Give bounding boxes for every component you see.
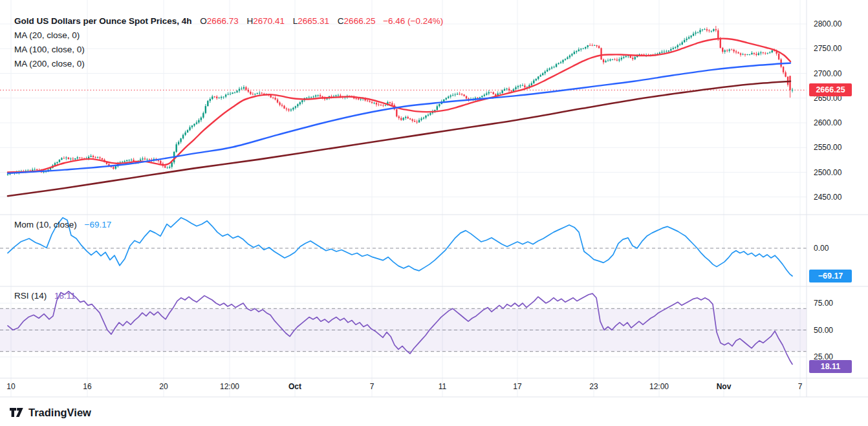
- momentum-tick-label: 0.00: [814, 244, 829, 253]
- momentum-label: Mom (10, close): [14, 220, 77, 229]
- legend-main: Gold US Dollars per Ounce Spot Prices, 4…: [14, 14, 443, 71]
- time-tick-label: 7: [798, 382, 803, 391]
- price-tick-label: 2700.00: [814, 69, 841, 78]
- price-tick-label: 2500.00: [814, 168, 841, 177]
- time-tick-label: 11: [439, 382, 446, 391]
- time-tick-label: Nov: [717, 382, 732, 391]
- ma20-legend-row[interactable]: MA (20, close, 0): [14, 28, 443, 43]
- time-tick-label: 20: [159, 382, 168, 391]
- symbol-title: Gold US Dollars per Ounce Spot Prices, 4…: [14, 16, 192, 26]
- tradingview-logo-text: TradingView: [28, 407, 91, 419]
- rsi-value-badge: 18.11: [809, 360, 852, 373]
- rsi-tick-label: 75.00: [814, 299, 833, 308]
- ma200-legend-row[interactable]: MA (200, close, 0): [14, 57, 443, 71]
- rsi-tick-label: 50.00: [814, 326, 833, 335]
- last-price-badge: 2666.25: [809, 83, 852, 96]
- tradingview-logo[interactable]: TradingView: [9, 406, 91, 419]
- momentum-value-badge: −69.17: [809, 270, 852, 282]
- time-tick-label: 16: [83, 382, 91, 391]
- high-value: 2670.41: [253, 16, 285, 26]
- time-tick-label: 12:00: [220, 382, 239, 391]
- symbol-title-row[interactable]: Gold US Dollars per Ounce Spot Prices, 4…: [14, 14, 443, 28]
- price-tick-label: 2550.00: [814, 143, 841, 152]
- ma100-label: MA (100, close, 0): [14, 45, 85, 54]
- time-tick-label: 10: [6, 382, 15, 391]
- price-tick-label: 2450.00: [814, 193, 841, 202]
- price-tick-label: 2800.00: [814, 19, 841, 28]
- time-tick-label: Oct: [288, 382, 301, 391]
- rsi-value: 18.11: [54, 291, 76, 301]
- tradingview-logo-icon: [9, 406, 24, 419]
- open-label: O: [200, 16, 207, 26]
- ma20-label: MA (20, close, 0): [14, 30, 80, 40]
- price-tick-label: 2750.00: [814, 44, 841, 53]
- time-tick-label: 7: [370, 382, 374, 391]
- close-label: C: [338, 16, 344, 26]
- rsi-label: RSI (14): [14, 291, 47, 301]
- ma100-legend-row[interactable]: MA (100, close, 0): [14, 43, 443, 57]
- low-value: 2665.31: [298, 16, 329, 26]
- rsi-legend-row[interactable]: RSI (14) 18.11: [14, 291, 76, 301]
- time-tick-label: 23: [589, 382, 598, 391]
- change-value: −6.46 (−0.24%): [383, 16, 443, 26]
- time-tick-label: 12:00: [649, 382, 669, 391]
- ma200-label: MA (200, close, 0): [14, 59, 85, 69]
- price-tick-label: 2600.00: [814, 118, 841, 127]
- momentum-value: −69.17: [85, 220, 112, 229]
- tradingview-chart-window: Gold US Dollars per Ounce Spot Prices, 4…: [0, 0, 868, 426]
- open-value: 2666.73: [207, 16, 239, 26]
- momentum-legend-row[interactable]: Mom (10, close) −69.17: [14, 220, 111, 229]
- high-label: H: [246, 16, 253, 26]
- close-value: 2666.25: [344, 16, 376, 26]
- time-tick-label: 17: [513, 382, 521, 391]
